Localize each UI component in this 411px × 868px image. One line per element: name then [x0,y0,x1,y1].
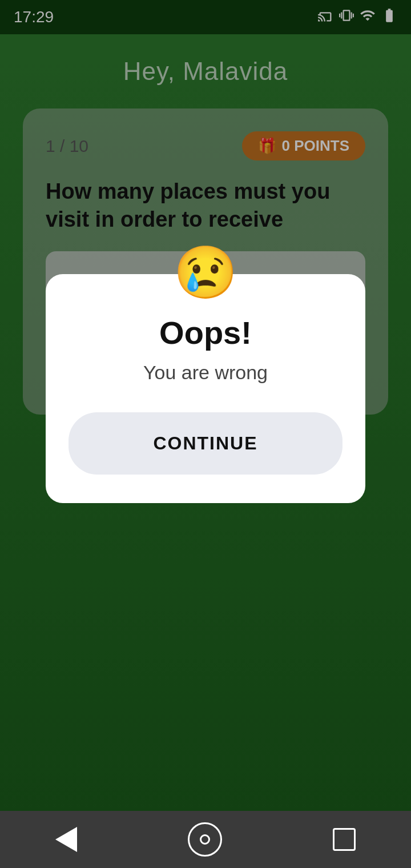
recent-button[interactable] [333,828,356,851]
continue-button[interactable]: CONTINUE [68,412,342,475]
back-triangle-icon [55,827,77,852]
modal-title: Oops! [159,314,252,351]
home-button[interactable] [188,822,222,857]
sad-emoji: 😢 [174,243,237,303]
back-button[interactable] [55,827,77,852]
recent-square-icon [333,828,356,851]
nav-bar [0,811,411,868]
home-circle-inner-icon [200,834,210,845]
modal-overlay: 😢 Oops! You are wrong CONTINUE [0,0,411,811]
modal-subtitle: You are wrong [143,361,268,384]
home-circle-icon [188,822,222,857]
modal-dialog: 😢 Oops! You are wrong CONTINUE [46,274,365,503]
